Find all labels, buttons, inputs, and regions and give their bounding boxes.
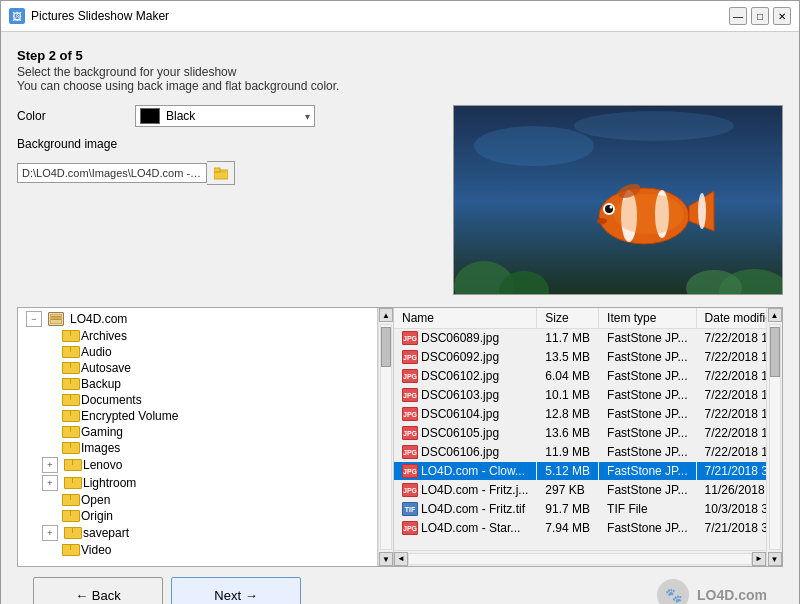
tree-item-lightroom[interactable]: +Lightroom xyxy=(18,474,377,492)
app-icon: 🖼 xyxy=(9,8,25,24)
step-desc-line2: You can choose using back image and flat… xyxy=(17,79,783,93)
next-button[interactable]: Next → xyxy=(171,577,301,604)
table-row[interactable]: JPG DSC06089.jpg 11.7 MB FastStone JP...… xyxy=(394,329,766,348)
table-row[interactable]: JPG DSC06105.jpg 13.6 MB FastStone JP...… xyxy=(394,424,766,443)
tree-item-open[interactable]: Open xyxy=(18,492,377,508)
tree-item-lenovo[interactable]: +Lenovo xyxy=(18,456,377,474)
svg-point-14 xyxy=(698,193,706,229)
root-icon xyxy=(48,312,64,326)
file-scroll-thumb[interactable] xyxy=(770,327,780,377)
color-label: Color xyxy=(17,109,127,123)
tree-panel[interactable]: − LO4D.com ArchivesAudioAutosaveBackupDo… xyxy=(18,308,378,566)
file-size: 10.1 MB xyxy=(537,386,599,405)
tree-item-label: Images xyxy=(81,441,120,455)
tree-expand-icon[interactable]: + xyxy=(42,525,58,541)
file-hscrollbar[interactable]: ◄ ► xyxy=(394,550,766,566)
file-date: 10/3/2018 3:39 xyxy=(696,500,766,519)
hscroll-left-btn[interactable]: ◄ xyxy=(394,552,408,566)
svg-rect-1 xyxy=(214,168,220,172)
folder-icon xyxy=(62,362,78,374)
bg-image-browse-button[interactable] xyxy=(207,161,235,185)
minimize-button[interactable]: — xyxy=(729,7,747,25)
jpg-icon: JPG xyxy=(402,521,418,535)
tree-item-encrypted-volume[interactable]: Encrypted Volume xyxy=(18,408,377,424)
file-name: LO4D.com - Fritz.j... xyxy=(421,483,528,497)
tree-item-origin[interactable]: Origin xyxy=(18,508,377,524)
col-header-size[interactable]: Size xyxy=(537,308,599,329)
folder-icon xyxy=(64,527,80,539)
table-row[interactable]: JPG DSC06092.jpg 13.5 MB FastStone JP...… xyxy=(394,348,766,367)
file-date: 7/21/2018 3:05 xyxy=(696,462,766,481)
file-name-cell: JPG DSC06092.jpg xyxy=(394,348,537,367)
file-size: 297 KB xyxy=(537,481,599,500)
tree-item-gaming[interactable]: Gaming xyxy=(18,424,377,440)
table-row[interactable]: JPG DSC06106.jpg 11.9 MB FastStone JP...… xyxy=(394,443,766,462)
table-row[interactable]: JPG DSC06104.jpg 12.8 MB FastStone JP...… xyxy=(394,405,766,424)
col-header-date[interactable]: Date modified xyxy=(696,308,766,329)
bg-image-row: Background image xyxy=(17,137,437,151)
tree-expand-root[interactable]: − xyxy=(26,311,42,327)
back-button[interactable]: ← Back xyxy=(33,577,163,604)
tree-item-video[interactable]: Video xyxy=(18,542,377,558)
table-row[interactable]: JPG LO4D.com - Star... 7.94 MB FastStone… xyxy=(394,519,766,538)
hscroll-right-btn[interactable]: ► xyxy=(752,552,766,566)
tree-item-label: savepart xyxy=(83,526,129,540)
file-name: DSC06106.jpg xyxy=(421,445,499,459)
tree-scroll-track[interactable] xyxy=(380,324,392,550)
svg-rect-23 xyxy=(51,319,61,321)
tree-scroll-down[interactable]: ▼ xyxy=(379,552,393,566)
file-name-cell: TIF LO4D.com - Fritz.tif xyxy=(394,500,537,519)
watermark-text: LO4D.com xyxy=(697,587,767,603)
jpg-icon: JPG xyxy=(402,388,418,402)
folder-icon xyxy=(62,394,78,406)
tree-item-label: Documents xyxy=(81,393,142,407)
table-row[interactable]: TIF LO4D.com - Fritz.tif 91.7 MB TIF Fil… xyxy=(394,500,766,519)
file-type: FastStone JP... xyxy=(599,367,697,386)
col-header-name[interactable]: Name xyxy=(394,308,537,329)
tree-item-label: Gaming xyxy=(81,425,123,439)
tree-item-savepart[interactable]: +savepart xyxy=(18,524,377,542)
tree-item-backup[interactable]: Backup xyxy=(18,376,377,392)
folder-icon xyxy=(62,410,78,422)
nav-buttons: ← Back Next → xyxy=(33,577,655,604)
file-panel[interactable]: Name Size Item type Date modified JPG DS… xyxy=(394,308,766,550)
hscroll-track[interactable] xyxy=(408,553,752,565)
table-row[interactable]: JPG LO4D.com - Clow... 5.12 MB FastStone… xyxy=(394,462,766,481)
file-name-cell: JPG DSC06105.jpg xyxy=(394,424,537,443)
tree-item-label: Audio xyxy=(81,345,112,359)
file-size: 13.6 MB xyxy=(537,424,599,443)
tree-item-root[interactable]: − LO4D.com xyxy=(18,310,377,328)
tree-scroll-up[interactable]: ▲ xyxy=(379,308,393,322)
file-scroll-track[interactable] xyxy=(769,324,781,550)
file-scroll-up[interactable]: ▲ xyxy=(768,308,782,322)
file-size: 6.04 MB xyxy=(537,367,599,386)
tree-item-autosave[interactable]: Autosave xyxy=(18,360,377,376)
tree-item-audio[interactable]: Audio xyxy=(18,344,377,360)
file-table-header: Name Size Item type Date modified xyxy=(394,308,766,329)
file-panel-container: Name Size Item type Date modified JPG DS… xyxy=(394,308,766,566)
close-button[interactable]: ✕ xyxy=(773,7,791,25)
bg-image-input[interactable]: D:\LO4D.com\Images\LO4D.com - Clownfish.… xyxy=(17,163,207,183)
tree-item-documents[interactable]: Documents xyxy=(18,392,377,408)
folder-icon xyxy=(62,510,78,522)
col-header-type[interactable]: Item type xyxy=(599,308,697,329)
color-row: Color Black ▾ xyxy=(17,105,437,127)
tree-scrollbar[interactable]: ▲ ▼ xyxy=(378,308,394,566)
tree-expand-icon[interactable]: + xyxy=(42,475,58,491)
tree-item-archives[interactable]: Archives xyxy=(18,328,377,344)
bg-image-row-input: D:\LO4D.com\Images\LO4D.com - Clownfish.… xyxy=(17,161,437,185)
table-row[interactable]: JPG LO4D.com - Fritz.j... 297 KB FastSto… xyxy=(394,481,766,500)
file-scrollbar[interactable]: ▲ ▼ xyxy=(766,308,782,566)
folder-icon xyxy=(62,378,78,390)
color-dropdown[interactable]: Black ▾ xyxy=(135,105,315,127)
maximize-button[interactable]: □ xyxy=(751,7,769,25)
tree-item-images[interactable]: Images xyxy=(18,440,377,456)
folder-icon xyxy=(62,346,78,358)
file-scroll-down[interactable]: ▼ xyxy=(768,552,782,566)
file-size: 91.7 MB xyxy=(537,500,599,519)
tree-expand-icon[interactable]: + xyxy=(42,457,58,473)
table-row[interactable]: JPG DSC06102.jpg 6.04 MB FastStone JP...… xyxy=(394,367,766,386)
jpg-icon: JPG xyxy=(402,464,418,478)
tree-scroll-thumb[interactable] xyxy=(381,327,391,367)
table-row[interactable]: JPG DSC06103.jpg 10.1 MB FastStone JP...… xyxy=(394,386,766,405)
